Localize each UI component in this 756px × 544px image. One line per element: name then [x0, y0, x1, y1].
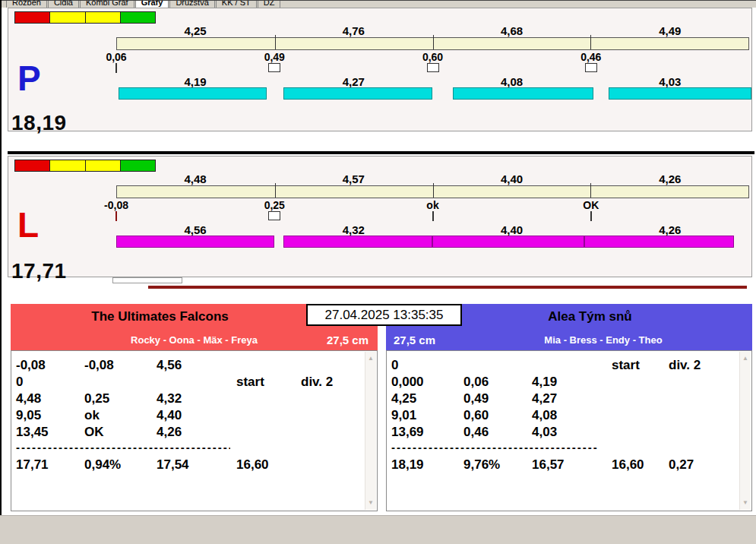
table-cell: -0,08	[84, 357, 157, 374]
table-cell	[84, 374, 157, 391]
tab[interactable]: Čidla	[48, 0, 79, 8]
table-cell: ok	[84, 407, 157, 424]
tab[interactable]: Grafy	[135, 0, 169, 8]
light-strip	[14, 11, 156, 24]
light-segment	[121, 12, 155, 23]
table-cell: 0,25	[84, 391, 157, 407]
table-cell: 4,08	[532, 407, 612, 424]
light-segment	[15, 12, 50, 23]
table-cell	[236, 357, 301, 374]
team-members: Mia - Bress - Endy - Theo	[386, 334, 752, 346]
table-cell: 0,06	[463, 374, 532, 391]
results-separator: ----------------------------------------…	[391, 442, 598, 454]
split-time-label: 4,08	[433, 75, 591, 88]
table-cell: 16,57	[532, 457, 612, 473]
exchange-time-bar	[116, 185, 749, 198]
changeover-label: OK	[583, 199, 599, 211]
sensor-checkbox[interactable]	[268, 63, 280, 72]
split-bar	[283, 87, 432, 100]
results-separator: ----------------------------------------…	[16, 442, 230, 454]
bar-tick	[433, 35, 434, 49]
split-time-label: 4,25	[116, 24, 274, 37]
light-strip	[14, 160, 156, 172]
light-segment	[50, 12, 85, 23]
changeover-label: 0,49	[264, 51, 285, 63]
results-table-left: -0,08-0,084,560startdiv. 24,480,254,329,…	[11, 350, 378, 511]
vertical-scrollbar[interactable]: ▲ ▼	[365, 352, 376, 510]
table-cell: 9,05	[16, 407, 84, 424]
table-cell	[612, 374, 669, 391]
split-time-label: 4,03	[591, 75, 749, 88]
split-bar	[119, 87, 267, 100]
table-cell: OK	[84, 424, 157, 441]
table-cell: 4,27	[532, 391, 612, 407]
table-cell: 4,56	[157, 357, 236, 374]
split-time-label: 4,57	[274, 172, 432, 185]
split-time-label: 4,40	[433, 172, 591, 185]
split-time-label: 4,48	[116, 172, 274, 185]
changeover-label: -0,08	[104, 199, 128, 211]
tab[interactable]: DZ	[258, 0, 281, 8]
jump-height: 27,5 cm	[327, 334, 369, 346]
window-left-border	[0, 0, 2, 517]
scroll-up-icon[interactable]: ▲	[365, 353, 376, 365]
bar-tick	[590, 35, 591, 49]
bar-tick	[590, 183, 591, 198]
changeover-label: 0,06	[106, 51, 126, 63]
lane-total-time: 17,71	[11, 259, 67, 283]
vertical-scrollbar[interactable]: ▲ ▼	[739, 352, 751, 510]
team-members: Rocky - Oona - Mäx - Freya	[11, 334, 378, 346]
split-time-label: 4,40	[433, 223, 591, 236]
scroll-down-icon[interactable]: ▼	[740, 497, 751, 509]
split-bar	[432, 236, 584, 248]
table-cell: 0,49	[463, 391, 532, 407]
status-bar	[0, 515, 756, 544]
table-cell: 4,32	[157, 391, 236, 407]
table-cell	[463, 357, 532, 374]
results-rows: 0startdiv. 20,0000,064,194,250,494,279,0…	[387, 351, 751, 441]
bar-tick	[275, 183, 276, 198]
bar-tick	[275, 35, 276, 49]
table-cell: 18,19	[391, 457, 463, 473]
sensor-checkbox[interactable]	[268, 211, 280, 220]
table-cell: 9,01	[391, 407, 463, 424]
scroll-up-icon[interactable]: ▲	[740, 353, 751, 365]
changeover-labels: -0,080,25okOK	[116, 199, 749, 211]
tab[interactable]: Kombi Graf	[80, 0, 134, 8]
table-cell: 4,40	[157, 407, 236, 424]
sensor-checkbox[interactable]	[427, 63, 439, 72]
lane-divider	[8, 151, 754, 154]
table-cell: 17,71	[16, 457, 84, 473]
table-cell: 0,46	[463, 424, 532, 441]
tab-bar: RozběhČidlaKombi GrafGrafyDružstvaKK / S…	[2, 0, 756, 8]
sensor-checkbox[interactable]	[585, 63, 597, 72]
tab[interactable]: Družstva	[169, 0, 214, 8]
table-cell: start	[612, 357, 669, 374]
timestamp: 27.04.2025 13:35:35	[306, 304, 462, 326]
table-cell	[612, 407, 669, 424]
progress-box	[112, 277, 182, 283]
lane-letter-l: L	[17, 207, 39, 243]
changeover-label: 0,25	[264, 199, 285, 211]
split-time-label: 4,26	[591, 172, 749, 185]
split-time-label: 4,32	[274, 223, 432, 236]
split-times-bottom: 4,564,324,404,26	[116, 223, 749, 236]
sensor-marks	[116, 63, 749, 75]
table-cell	[612, 391, 669, 407]
table-cell: -0,08	[16, 357, 84, 374]
light-segment	[86, 160, 121, 171]
app-window: RozběhČidlaKombi GrafGrafyDružstvaKK / S…	[0, 0, 756, 544]
split-time-label: 4,27	[274, 75, 432, 88]
table-cell: 0,60	[463, 407, 532, 424]
table-cell	[236, 424, 301, 441]
tab[interactable]: KK / ST	[216, 0, 257, 8]
light-segment	[86, 12, 121, 23]
split-bar	[453, 87, 593, 100]
tab[interactable]: Rozběh	[6, 0, 47, 8]
sensor-tick-icon	[432, 211, 434, 221]
lane-total-time: 18,19	[11, 111, 67, 135]
changeover-label: 0,46	[580, 51, 601, 63]
split-bar	[584, 236, 734, 248]
jump-height: 27,5 cm	[394, 334, 435, 346]
scroll-down-icon[interactable]: ▼	[365, 497, 376, 509]
